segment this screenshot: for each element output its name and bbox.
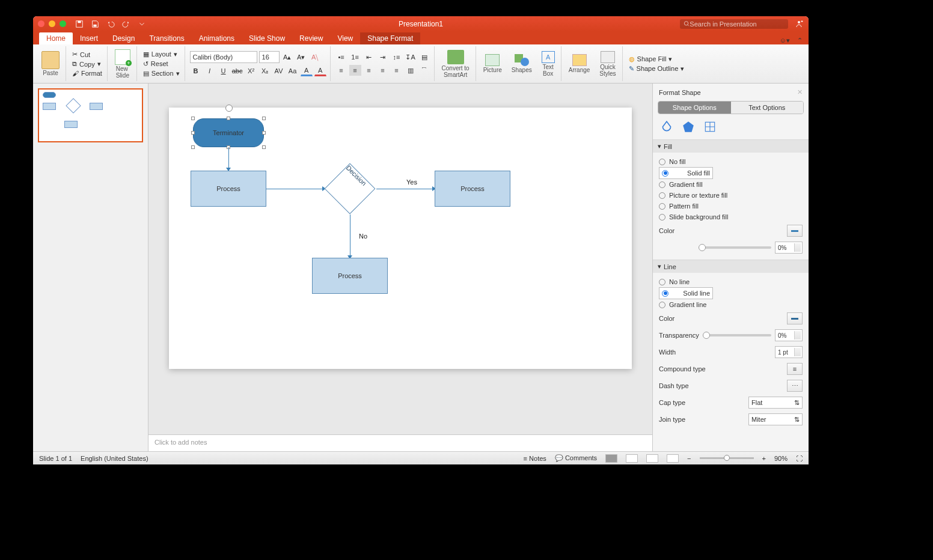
effects-icon[interactable] — [682, 120, 695, 133]
shape-options-tab[interactable]: Shape Options — [658, 102, 731, 114]
text-align-v-button[interactable]: ⎴ — [418, 65, 430, 76]
connector[interactable] — [228, 147, 229, 169]
slide-thumbnail-pane[interactable]: 1 — [33, 84, 148, 451]
zoom-slider[interactable] — [700, 457, 754, 459]
fill-gradient-radio[interactable]: Gradient fill — [659, 179, 803, 190]
copy-button[interactable]: ⧉Copy▾ — [71, 59, 103, 68]
line-noline-radio[interactable]: No line — [659, 276, 803, 287]
sorter-view-button[interactable] — [626, 454, 638, 463]
comments-toggle[interactable]: 💬 Comments — [555, 454, 597, 462]
process-shape[interactable]: Process — [191, 171, 266, 207]
strike-button[interactable]: abc — [231, 65, 243, 76]
shape-fill-button[interactable]: ◍Shape Fill▾ — [628, 55, 686, 64]
sel-handle[interactable] — [191, 145, 195, 149]
char-spacing-button[interactable]: AV — [273, 65, 285, 76]
indent-decrease-button[interactable]: ⇤ — [363, 52, 375, 62]
line-transp-slider[interactable] — [703, 334, 771, 336]
connector[interactable] — [266, 189, 323, 189]
fill-nofill-radio[interactable]: No fill — [659, 156, 803, 167]
normal-view-button[interactable] — [605, 454, 617, 463]
zoom-level[interactable]: 90% — [774, 455, 788, 462]
fill-color-button[interactable] — [787, 225, 803, 237]
columns-button[interactable]: ▥ — [405, 65, 417, 76]
redo-icon[interactable] — [121, 19, 131, 29]
text-options-tab[interactable]: Text Options — [731, 102, 804, 114]
cut-button[interactable]: ✂︎Cut — [71, 50, 103, 59]
fill-transp-slider[interactable] — [699, 246, 771, 249]
line-section-header[interactable]: ▾Line — [653, 260, 809, 273]
arrange-button[interactable]: Arrange — [566, 53, 593, 75]
highlight-button[interactable]: A — [301, 65, 313, 76]
feedback-icon[interactable]: ☺︎▾ — [780, 37, 790, 44]
slide-canvas-area[interactable]: Terminator Process — [148, 84, 652, 434]
textbox-button[interactable]: AText Box — [539, 50, 557, 78]
fill-solid-radio[interactable]: Solid fill — [659, 167, 713, 179]
line-solid-radio[interactable]: Solid line — [659, 287, 713, 299]
slide-thumbnail-1[interactable] — [38, 88, 143, 142]
numbering-button[interactable]: 1≡ — [349, 52, 361, 62]
line-gradient-radio[interactable]: Gradient line — [659, 299, 803, 310]
rotation-handle[interactable] — [225, 105, 233, 112]
quick-styles-button[interactable]: Quick Styles — [597, 50, 618, 78]
convert-smartart-button[interactable]: Convert to SmartArt — [439, 49, 472, 79]
join-type-select[interactable]: Miter⇅ — [748, 413, 803, 425]
shapes-button[interactable]: Shapes — [509, 53, 534, 75]
connector[interactable] — [376, 189, 433, 189]
save-icon[interactable] — [90, 19, 100, 29]
tab-slideshow[interactable]: Slide Show — [242, 32, 292, 44]
underline-button[interactable]: U — [218, 65, 230, 76]
line-spacing-button[interactable]: ↕≡ — [391, 52, 403, 62]
section-button[interactable]: ▤Section▾ — [142, 69, 181, 78]
slide[interactable]: Terminator Process — [169, 108, 632, 369]
fill-line-icon[interactable] — [660, 120, 673, 133]
close-panel-icon[interactable]: ✕ — [797, 88, 803, 96]
tab-insert[interactable]: Insert — [73, 32, 105, 44]
zoom-window-button[interactable] — [60, 20, 66, 27]
picture-button[interactable]: Picture — [481, 53, 504, 75]
sel-handle[interactable] — [227, 117, 230, 120]
language-status[interactable]: English (United States) — [81, 455, 148, 462]
process-shape[interactable]: Process — [312, 258, 388, 294]
line-color-button[interactable] — [787, 312, 803, 324]
new-slide-button[interactable]: + New Slide — [112, 48, 133, 80]
clear-format-icon[interactable]: A⧹ — [309, 52, 321, 62]
superscript-button[interactable]: X² — [245, 65, 257, 76]
sel-handle[interactable] — [191, 131, 195, 135]
tab-animations[interactable]: Animations — [192, 32, 242, 44]
share-icon[interactable] — [794, 19, 804, 29]
process-shape[interactable]: Process — [435, 171, 510, 207]
line-width-value[interactable]: 1 pt — [775, 346, 803, 358]
collapse-ribbon-icon[interactable]: ⌃ — [797, 37, 803, 44]
paste-button[interactable]: Paste — [39, 50, 62, 78]
reset-button[interactable]: ↺Reset — [142, 59, 181, 68]
increase-font-icon[interactable]: A▴ — [281, 52, 293, 62]
decision-shape[interactable]: Decision — [324, 163, 376, 215]
slideshow-view-button[interactable] — [667, 454, 679, 463]
tab-view[interactable]: View — [330, 32, 360, 44]
align-right-button[interactable]: ≡ — [363, 65, 375, 76]
bullets-button[interactable]: •≡ — [335, 52, 347, 62]
fill-section-header[interactable]: ▾Fill — [653, 140, 809, 153]
justify-button[interactable]: ≡ — [377, 65, 389, 76]
undo-icon[interactable] — [106, 19, 115, 29]
sel-handle[interactable] — [262, 117, 266, 120]
change-case-button[interactable]: Aa — [287, 65, 299, 76]
tab-home[interactable]: Home — [39, 32, 73, 44]
font-color-button[interactable]: A — [314, 65, 326, 76]
fit-to-window-button[interactable]: ⛶ — [796, 455, 803, 462]
align-center-button[interactable]: ≡ — [349, 65, 361, 76]
reading-view-button[interactable] — [646, 454, 658, 463]
line-transp-value[interactable]: 0% — [775, 329, 803, 341]
fill-picture-radio[interactable]: Picture or texture fill — [659, 190, 803, 201]
distribute-button[interactable]: ≡ — [391, 65, 403, 76]
layout-button[interactable]: ▦Layout▾ — [142, 50, 181, 59]
cap-type-select[interactable]: Flat⇅ — [748, 397, 803, 409]
tab-shape-format[interactable]: Shape Format — [360, 32, 420, 44]
format-painter-button[interactable]: 🖌︎Format — [71, 69, 103, 78]
zoom-out-button[interactable]: − — [687, 455, 691, 462]
sel-handle[interactable] — [262, 145, 266, 149]
autosave-icon[interactable] — [75, 19, 84, 29]
terminator-shape[interactable]: Terminator — [193, 118, 264, 147]
font-size-select[interactable] — [259, 51, 280, 63]
decrease-font-icon[interactable]: A▾ — [295, 52, 307, 62]
